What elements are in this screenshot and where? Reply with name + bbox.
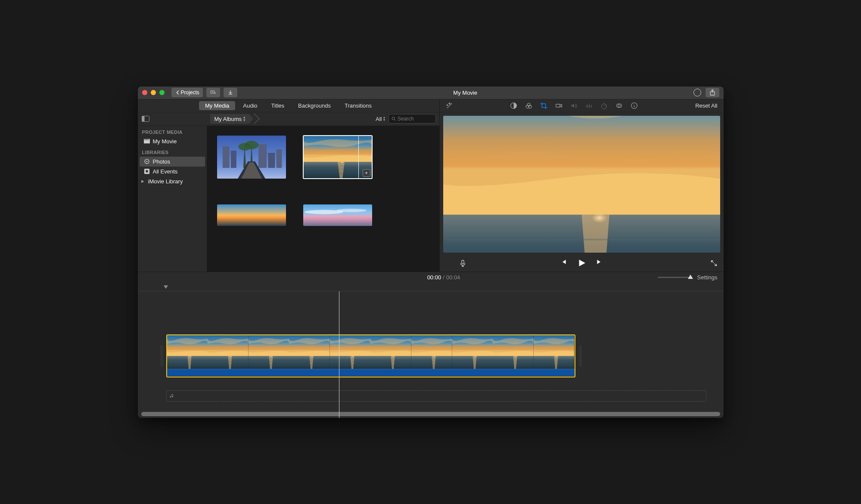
timeline-settings-button[interactable]: Settings <box>697 274 718 281</box>
horizontal-scrollbar[interactable] <box>141 412 720 416</box>
media-thumb-city[interactable] <box>217 136 286 179</box>
media-thumb-sunset[interactable]: + <box>303 136 372 179</box>
sidebar: PROJECT MEDIA My Movie LIBRARIES Photos … <box>138 126 207 272</box>
color-correction-icon[interactable] <box>525 102 532 109</box>
svg-point-23 <box>336 209 366 212</box>
project-item-label: My Movie <box>153 138 177 145</box>
speed-icon[interactable] <box>600 102 608 109</box>
timeline-content[interactable] <box>138 291 724 418</box>
search-input[interactable] <box>398 116 433 122</box>
media-import-button[interactable] <box>206 88 220 97</box>
media-grid: + <box>207 126 439 272</box>
timecode-display: 00:00/00:04 <box>230 274 658 281</box>
timeline[interactable] <box>138 283 724 418</box>
enhance-wand-icon[interactable] <box>446 102 453 109</box>
search-icon <box>392 116 396 121</box>
play-button[interactable] <box>577 258 586 269</box>
prev-frame-button[interactable] <box>560 258 567 269</box>
sidebar-item-imovie-library[interactable]: ▶ iMovie Library <box>138 176 207 186</box>
download-button[interactable] <box>224 88 237 97</box>
clip-trim-right-handle[interactable] <box>579 345 582 367</box>
libraries-header: LIBRARIES <box>138 146 207 157</box>
add-to-timeline-icon[interactable]: + <box>363 169 370 177</box>
minimize-window-button[interactable] <box>151 90 156 95</box>
svg-rect-21 <box>303 204 372 226</box>
svg-rect-16 <box>144 140 150 143</box>
clip-filter-icon[interactable] <box>615 102 623 109</box>
sidebar-toggle-button[interactable] <box>138 116 153 122</box>
fullscreen-button[interactable] <box>710 260 718 268</box>
playhead-line[interactable] <box>339 291 339 418</box>
crop-icon[interactable] <box>540 102 547 109</box>
volume-icon[interactable] <box>570 102 578 109</box>
zoom-slider[interactable] <box>658 277 692 278</box>
svg-point-25 <box>527 103 530 106</box>
back-projects-button[interactable]: Projects <box>171 88 203 97</box>
voiceover-button[interactable] <box>459 260 466 268</box>
search-field[interactable] <box>389 114 436 124</box>
photos-icon <box>144 158 150 164</box>
back-label: Projects <box>181 90 199 96</box>
duration-time: 00:04 <box>446 274 460 281</box>
svg-rect-33 <box>462 260 464 264</box>
music-note-icon <box>169 393 174 399</box>
svg-point-15 <box>392 117 394 120</box>
tab-backgrounds[interactable]: Backgrounds <box>292 101 337 110</box>
album-label: My Albums <box>214 116 242 122</box>
browser-toolbar: My Albums ▴▾ All ▴▾ <box>138 112 439 126</box>
project-media-header: PROJECT MEDIA <box>138 126 207 136</box>
zoom-window-button[interactable] <box>159 90 165 95</box>
info-icon[interactable] <box>631 102 638 109</box>
clip-thumbnails <box>167 335 575 369</box>
filter-dropdown[interactable]: All ▴▾ <box>372 116 388 122</box>
album-breadcrumb[interactable]: My Albums ▴▾ <box>210 114 254 124</box>
photos-label: Photos <box>153 158 170 165</box>
scrollbar-thumb[interactable] <box>141 412 720 416</box>
svg-rect-28 <box>556 104 560 107</box>
clip-audio-lane[interactable] <box>167 369 575 376</box>
media-thumb-sunset2[interactable] <box>217 204 286 226</box>
timeline-ruler[interactable] <box>138 283 724 291</box>
zoom-knob-icon[interactable] <box>688 275 693 279</box>
svg-rect-20 <box>217 204 286 226</box>
window-controls <box>142 90 165 95</box>
viewer-toolbar: Reset All <box>440 99 724 112</box>
app-window: Projects My Movie My Media Audio Titles … <box>138 87 724 418</box>
disclosure-triangle-icon[interactable]: ▶ <box>141 179 144 183</box>
sidebar-item-photos[interactable]: Photos <box>140 157 205 167</box>
color-balance-icon[interactable] <box>510 102 517 109</box>
timeline-clip[interactable] <box>166 334 575 377</box>
close-window-button[interactable] <box>142 90 147 95</box>
preview-viewport[interactable] <box>443 116 720 253</box>
activity-indicator-icon[interactable] <box>693 89 701 96</box>
tab-transitions[interactable]: Transitions <box>339 101 378 110</box>
ruler-start-marker-icon <box>164 285 168 289</box>
viewer-pane: Reset All <box>439 99 724 272</box>
tab-my-media[interactable]: My Media <box>199 101 235 110</box>
tab-audio[interactable]: Audio <box>237 101 263 110</box>
scrub-indicator <box>358 136 359 179</box>
noise-reduction-icon[interactable] <box>585 102 593 109</box>
window-title: My Movie <box>237 90 693 96</box>
all-events-label: All Events <box>153 168 178 175</box>
timeline-header: 00:00/00:04 Settings <box>138 272 724 283</box>
clip-trim-left-handle[interactable] <box>160 345 163 367</box>
svg-rect-11 <box>211 91 214 93</box>
imovie-library-label: iMovie Library <box>148 178 183 185</box>
star-icon <box>144 168 150 174</box>
project-item-my-movie[interactable]: My Movie <box>138 136 207 146</box>
clapper-icon <box>144 138 150 144</box>
titlebar: Projects My Movie <box>138 87 724 99</box>
media-thumb-clouds[interactable] <box>303 204 372 226</box>
playback-controls <box>440 256 724 272</box>
media-browser-pane: My Media Audio Titles Backgrounds Transi… <box>138 99 439 272</box>
stabilization-icon[interactable] <box>555 102 563 109</box>
tab-titles[interactable]: Titles <box>265 101 291 110</box>
share-button[interactable] <box>706 88 719 97</box>
upper-pane: My Media Audio Titles Backgrounds Transi… <box>138 99 724 272</box>
reset-all-button[interactable]: Reset All <box>695 102 717 109</box>
next-frame-button[interactable] <box>596 258 603 269</box>
svg-point-18 <box>146 161 147 162</box>
sidebar-item-all-events[interactable]: All Events <box>138 167 207 176</box>
detached-audio-track[interactable] <box>166 390 706 402</box>
